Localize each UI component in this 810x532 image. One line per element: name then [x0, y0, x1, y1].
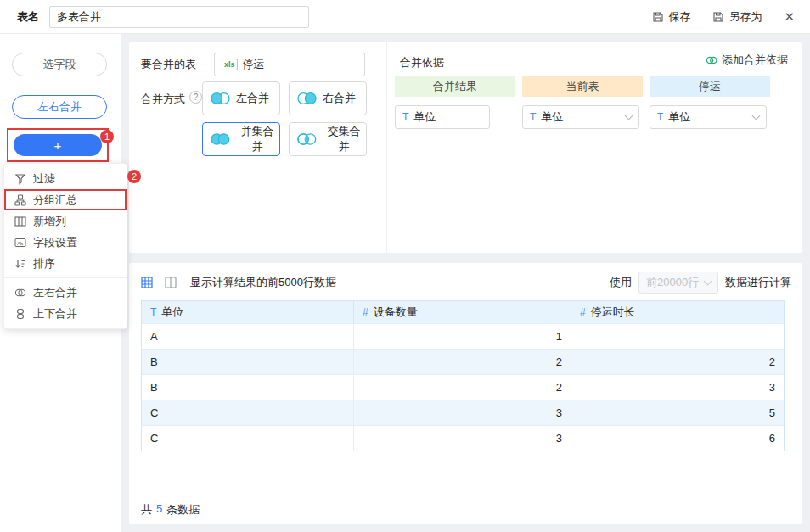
column-view-button[interactable]	[165, 277, 177, 288]
cell-downtime: 3	[571, 375, 784, 400]
group-summary-icon	[14, 194, 26, 206]
merge-method-options: 左合并 右合并 并集合并	[202, 81, 367, 156]
venn-left-icon	[209, 91, 232, 106]
merge-config-panel: 要合并的表 xls 停运 合并方式 ? 左合并	[129, 42, 802, 253]
number-type-icon: #	[580, 306, 586, 318]
header-unit[interactable]: T 单位	[142, 301, 354, 323]
merge-method-label: 合并方式	[141, 92, 185, 107]
add-step-button[interactable]: +	[14, 134, 102, 156]
merge-method-section: 要合并的表 xls 停运 合并方式 ? 左合并	[129, 42, 386, 253]
save-button[interactable]: 保存	[652, 9, 690, 25]
source-table-field-select[interactable]: T 单位	[650, 105, 767, 129]
menu-item-sort[interactable]: 排序	[4, 253, 127, 274]
main-area: 要合并的表 xls 停运 合并方式 ? 左合并	[121, 34, 810, 532]
connector-line	[59, 76, 59, 95]
cell-unit: C	[142, 400, 354, 425]
number-type-icon: #	[363, 306, 368, 318]
table-row[interactable]: C 3 5	[142, 400, 784, 425]
menu-item-label: 分组汇总	[33, 193, 77, 208]
cell-device-count: 1	[354, 324, 571, 349]
cell-unit: C	[142, 426, 354, 451]
merge-basis-columns: 合并结果 当前表 停运	[395, 76, 770, 97]
field-settings-icon: Ab	[14, 237, 26, 249]
text-type-icon: T	[150, 306, 156, 318]
table-name-input[interactable]	[49, 6, 309, 28]
columns-icon	[165, 277, 177, 288]
compute-scope: 使用 前20000行 数据进行计算	[610, 272, 791, 294]
cell-downtime	[571, 324, 784, 349]
merge-basis-title: 合并依据	[400, 55, 444, 70]
cell-unit: A	[142, 324, 354, 349]
lr-merge-icon	[14, 287, 26, 299]
current-table-field-select[interactable]: T 单位	[522, 105, 639, 129]
method-label: 右合并	[323, 91, 356, 106]
menu-item-add-column[interactable]: 新增列	[4, 210, 127, 232]
column-current-table: 当前表	[522, 76, 643, 97]
header-downtime[interactable]: # 停运时长	[571, 301, 784, 323]
sort-icon	[14, 258, 26, 270]
cell-unit: B	[142, 350, 354, 374]
annotation-badge-2: 2	[127, 170, 141, 183]
select-field-button[interactable]: 选字段	[12, 53, 107, 76]
result-toolbar: 显示计算结果的前5000行数据 使用 前20000行 数据进行计算	[141, 271, 791, 294]
current-field-value: 单位	[541, 109, 563, 125]
header-device-count[interactable]: # 设备数量	[354, 301, 571, 323]
method-label: 并集合并	[236, 124, 279, 154]
header-label: 停运时长	[591, 305, 635, 320]
merge-table-label: 要合并的表	[141, 57, 214, 72]
menu-item-label: 排序	[33, 256, 55, 272]
menu-item-group-summary[interactable]: 分组汇总	[4, 189, 127, 210]
sidebar: 选字段 左右合并 + 1 过滤 分组汇总	[0, 34, 121, 532]
grid-view-button[interactable]	[141, 277, 153, 288]
menu-item-filter[interactable]: 过滤	[4, 168, 127, 189]
menu-item-field-settings[interactable]: Ab 字段设置	[4, 232, 127, 253]
table-header-row: T 单位 # 设备数量 # 停运时长	[142, 301, 784, 323]
table-row[interactable]: B 2 2	[142, 349, 784, 374]
method-intersect-join[interactable]: 交集合并	[289, 122, 367, 156]
result-panel: 显示计算结果的前5000行数据 使用 前20000行 数据进行计算 T 单位	[129, 263, 802, 524]
menu-item-lr-merge[interactable]: 左右合并	[4, 282, 127, 303]
method-union-join[interactable]: 并集合并	[202, 122, 280, 156]
xls-file-icon: xls	[222, 59, 238, 70]
merge-table-input[interactable]: xls 停运	[214, 53, 365, 76]
use-prefix-label: 使用	[610, 275, 632, 290]
method-label: 交集合并	[323, 124, 366, 154]
cell-device-count: 2	[354, 375, 571, 400]
app-window: 表名 保存 另存为 ✕ 选字段 左右合并 + 1	[0, 0, 810, 532]
header-label: 设备数量	[374, 305, 418, 320]
table-row[interactable]: A 1	[142, 323, 784, 349]
menu-divider	[4, 277, 127, 278]
save-as-button[interactable]: 另存为	[712, 9, 762, 25]
menu-item-label: 左右合并	[33, 285, 77, 300]
merge-table-value: 停运	[243, 57, 265, 72]
close-button[interactable]: ✕	[784, 9, 795, 25]
menu-item-tb-merge[interactable]: 上下合并	[4, 303, 127, 324]
total-count: 5	[156, 502, 162, 518]
menu-item-label: 上下合并	[33, 306, 77, 322]
method-left-join[interactable]: 左合并	[202, 81, 280, 115]
save-label: 保存	[668, 9, 690, 25]
venn-intersect-icon	[295, 132, 318, 147]
text-type-icon: T	[530, 111, 536, 123]
link-icon	[706, 54, 717, 66]
svg-text:Ab: Ab	[17, 240, 24, 245]
method-right-join[interactable]: 右合并	[289, 81, 367, 115]
lr-merge-node-button[interactable]: 左右合并	[12, 95, 107, 119]
help-icon[interactable]: ?	[189, 91, 202, 104]
save-as-label: 另存为	[728, 9, 762, 25]
table-body: A 1 B 2 2 B 2 3 C	[142, 323, 784, 451]
source-field-value: 单位	[668, 109, 690, 125]
add-merge-basis-button[interactable]: 添加合并依据	[706, 53, 788, 68]
menu-item-label: 过滤	[33, 171, 55, 187]
row-limit-select[interactable]: 前20000行	[638, 272, 718, 294]
annotation-badge-1: 1	[100, 130, 114, 143]
text-type-icon: T	[657, 111, 663, 123]
text-type-icon: T	[402, 111, 408, 123]
venn-right-icon	[295, 91, 318, 106]
table-row[interactable]: B 2 3	[142, 374, 784, 400]
header-label: 单位	[161, 305, 183, 320]
table-row[interactable]: C 3 6	[142, 425, 784, 451]
annotation-box-1: +	[7, 128, 109, 162]
column-merge-result: 合并结果	[395, 76, 515, 97]
result-field-select[interactable]: T 单位	[395, 105, 490, 129]
